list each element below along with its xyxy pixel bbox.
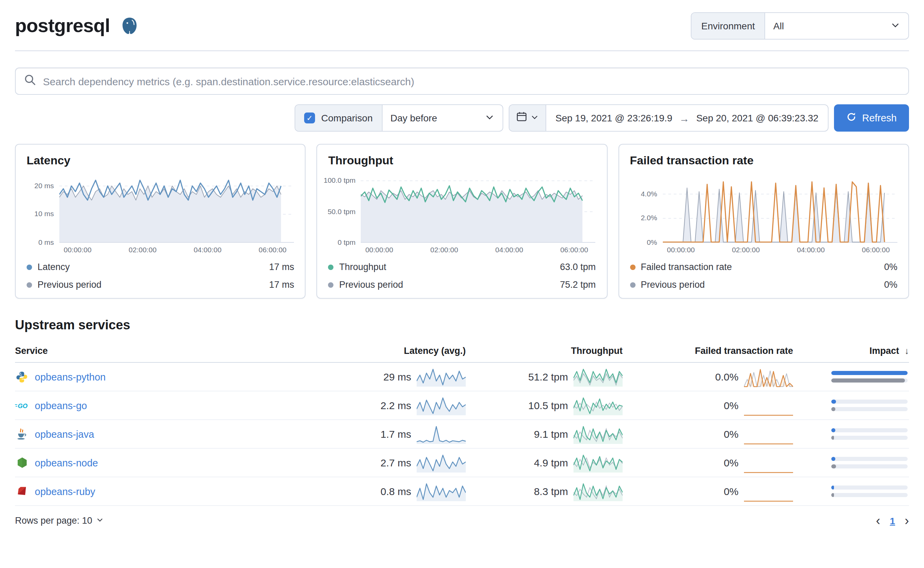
failed-rate-chart [663,175,897,243]
throughput-sparkline [574,424,623,444]
legend-dot [328,264,334,270]
legend-label: Throughput [339,262,386,272]
date-range-end[interactable]: Sep 20, 2021 @ 06:39:23.32 [696,112,819,124]
column-header-failed-rate[interactable]: Failed transaction rate [623,346,793,356]
impact-bar-current [831,428,835,432]
table-row: GO opbeans-go 2.2 ms 10.5 tpm 0% [15,391,909,420]
impact-bar-current [831,400,836,404]
ruby-icon [15,485,29,498]
calendar-menu-button[interactable] [509,105,546,131]
failed-rate-x-axis: 00:00:0002:00:0004:00:0006:00:00 [663,243,897,255]
legend-item[interactable]: Previous period 75.2 tpm [328,279,596,290]
go-icon: GO [15,399,29,412]
latency-sparkline [417,452,466,473]
legend-item[interactable]: Throughput 63.0 tpm [328,262,596,272]
column-header-latency[interactable]: Latency (avg.) [336,346,466,356]
throughput-sparkline [574,395,623,415]
chevron-down-icon [485,112,494,124]
legend-label: Previous period [339,279,403,290]
upstream-services-title: Upstream services [15,318,909,333]
legend-value: 63.0 tpm [560,262,596,272]
legend-item[interactable]: Previous period 0% [630,279,897,290]
latency-sparkline [417,395,466,415]
service-link[interactable]: opbeans-go [35,400,87,411]
card-title: Failed transaction rate [630,154,897,168]
impact-bars [793,371,909,382]
throughput-value: 8.3 tpm [534,485,568,497]
impact-bars [793,457,909,468]
service-link[interactable]: opbeans-java [35,429,94,440]
service-link[interactable]: opbeans-node [35,457,98,468]
failed-rate-value: 0% [724,428,738,440]
comparison-checkbox[interactable]: ✓ [304,112,315,124]
impact-bar-previous [831,407,835,411]
svg-text:GO: GO [18,402,28,409]
nodejs-icon [15,456,29,470]
impact-bar-current [831,457,835,461]
date-range-start[interactable]: Sep 19, 2021 @ 23:26:19.9 [556,112,672,124]
search-input[interactable] [43,76,900,87]
service-link[interactable]: opbeans-python [35,371,106,382]
legend-item[interactable]: Failed transaction rate 0% [630,262,897,272]
pagination: ‹ 1 › [876,514,909,527]
environment-label: Environment [692,13,765,39]
table-footer: Rows per page: 10 ‹ 1 › [15,514,909,534]
latency-value: 2.2 ms [380,400,411,411]
upstream-services-table: Service Latency (avg.) Throughput Failed… [15,340,909,506]
failed-rate-value: 0% [724,485,738,497]
column-header-service[interactable]: Service [15,346,336,356]
card-title: Latency [27,154,294,168]
refresh-button[interactable]: Refresh [834,104,909,131]
environment-control: Environment All [691,12,909,39]
latency-y-axis: 0 ms10 ms20 ms [27,175,59,243]
latency-value: 1.7 ms [380,428,411,440]
comparison-period-value: Day before [390,112,437,124]
column-header-impact[interactable]: Impact↓ [793,346,909,356]
rows-per-page-button[interactable]: Rows per page: 10 [15,515,104,526]
throughput-sparkline [574,452,623,473]
latency-legend: Latency 17 ms Previous period 17 ms [27,262,294,290]
legend-item[interactable]: Latency 17 ms [27,262,294,272]
legend-value: 17 ms [269,279,294,290]
chevron-down-icon [530,112,538,124]
top-bar: postgresql Environment All [15,0,909,39]
impact-bar-previous [831,464,836,468]
failed-rate-sparkline [744,395,793,415]
legend-item[interactable]: Previous period 17 ms [27,279,294,290]
legend-dot [27,282,32,287]
table-header: Service Latency (avg.) Throughput Failed… [15,340,909,363]
comparison-toggle[interactable]: ✓ Comparison [295,105,382,131]
next-page-button[interactable]: › [904,514,909,527]
impact-bar-previous [831,378,904,382]
legend-value: 0% [884,279,897,290]
postgresql-logo [119,16,140,36]
throughput-value: 51.2 tpm [528,371,568,382]
throughput-chart [361,175,596,243]
latency-card: Latency 0 ms10 ms20 ms 00:00:0002:00:000… [15,144,306,299]
comparison-period-select[interactable]: Day before [382,105,502,131]
previous-page-button[interactable]: ‹ [876,514,880,527]
impact-bar-previous [831,436,834,440]
card-title: Throughput [328,154,596,168]
table-row: opbeans-ruby 0.8 ms 8.3 tpm 0% [15,477,909,506]
latency-value: 0.8 ms [380,485,411,497]
search-icon [24,74,36,89]
failed-rate-y-axis: 0%2.0%4.0% [630,175,663,243]
time-controls: ✓ Comparison Day before Sep 19, 2021 @ 2… [15,104,909,131]
page-number-1[interactable]: 1 [890,515,895,526]
throughput-value: 10.5 tpm [528,400,568,411]
throughput-sparkline [574,481,623,502]
legend-value: 75.2 tpm [560,279,596,290]
page-title: postgresql [15,15,110,37]
latency-x-axis: 00:00:0002:00:0004:00:0006:00:00 [59,243,294,255]
comparison-control: ✓ Comparison Day before [294,104,503,131]
comparison-label: Comparison [321,112,373,124]
environment-select[interactable]: All [765,13,908,39]
service-link[interactable]: opbeans-ruby [35,486,95,497]
legend-dot [27,264,32,270]
column-header-throughput[interactable]: Throughput [466,346,623,356]
table-row: opbeans-node 2.7 ms 4.9 tpm 0% [15,449,909,477]
impact-bar-current [831,485,834,489]
throughput-value: 9.1 tpm [534,428,568,440]
legend-value: 17 ms [269,262,294,272]
